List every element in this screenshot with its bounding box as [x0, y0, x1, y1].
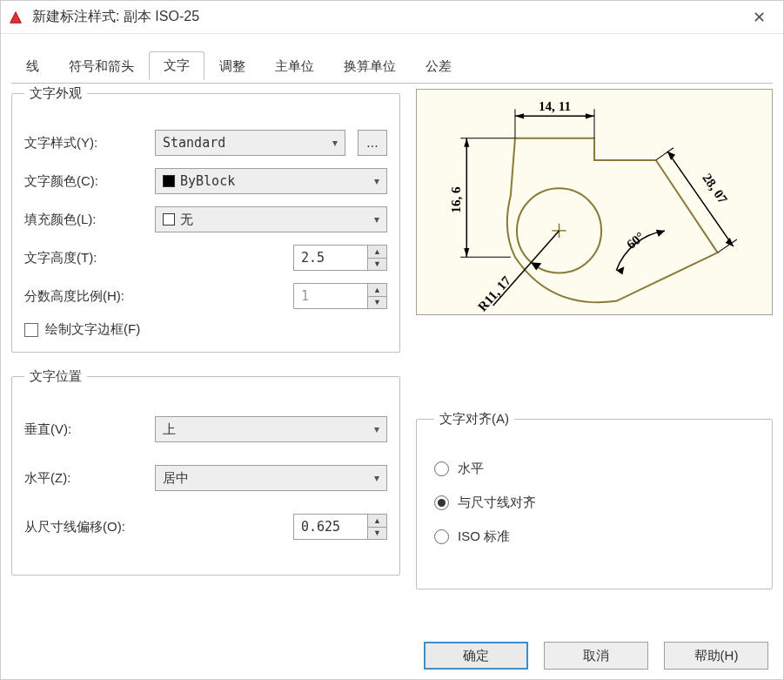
text-style-value: Standard — [163, 135, 225, 151]
fill-color-select[interactable]: 无 ▾ — [155, 206, 387, 232]
group-text-alignment: 文字对齐(A) 水平 与尺寸线对齐 ISO 标准 — [416, 411, 773, 589]
fraction-scale-spinner: 1 ▲ ▼ — [293, 283, 387, 309]
tab-fit[interactable]: 调整 — [204, 52, 260, 80]
dim-angle: 60° — [623, 229, 647, 252]
chevron-down-icon: ▾ — [374, 423, 379, 435]
group-text-placement-legend: 文字位置 — [24, 368, 87, 385]
horizontal-value: 居中 — [163, 470, 189, 487]
group-text-placement: 文字位置 垂直(V): 上 ▾ 水平(Z): 居中 ▾ 从尺 — [11, 368, 400, 576]
close-icon[interactable]: ✕ — [741, 8, 776, 27]
group-text-alignment-legend: 文字对齐(A) — [434, 411, 514, 428]
dim-diag: 28, 07 — [700, 171, 731, 206]
vertical-select[interactable]: 上 ▾ — [155, 416, 387, 442]
spin-up-icon[interactable]: ▲ — [368, 246, 386, 259]
radio-icon[interactable] — [434, 529, 449, 544]
help-button[interactable]: 帮助(H) — [664, 642, 768, 670]
align-iso-label: ISO 标准 — [458, 529, 510, 545]
chevron-down-icon: ▾ — [374, 175, 379, 187]
chevron-down-icon: ▾ — [374, 472, 379, 484]
horizontal-select[interactable]: 居中 ▾ — [155, 465, 387, 491]
text-height-label: 文字高度(T): — [24, 250, 146, 266]
text-color-label: 文字颜色(C): — [24, 173, 146, 190]
titlebar: 新建标注样式: 副本 ISO-25 ✕ — [1, 1, 783, 34]
svg-marker-0 — [10, 11, 22, 23]
align-with-dimline-label: 与尺寸线对齐 — [458, 495, 536, 511]
cancel-button[interactable]: 取消 — [544, 642, 648, 670]
text-style-label: 文字样式(Y): — [24, 135, 146, 151]
text-style-select[interactable]: Standard ▾ — [155, 130, 345, 156]
chevron-down-icon: ▾ — [374, 213, 379, 226]
draw-frame-checkbox[interactable]: 绘制文字边框(F) — [24, 321, 387, 338]
text-height-spinner[interactable]: 2.5 ▲ ▼ — [293, 245, 387, 271]
ok-button[interactable]: 确定 — [424, 642, 528, 670]
group-text-appearance: 文字外观 文字样式(Y): Standard ▾ ... 文字颜色(C): By… — [11, 85, 400, 353]
svg-marker-18 — [726, 238, 734, 246]
spin-down-icon[interactable]: ▼ — [368, 528, 386, 540]
offset-spinner[interactable]: 0.625 ▲ ▼ — [293, 514, 387, 540]
radio-icon[interactable] — [434, 461, 449, 476]
radio-icon[interactable] — [434, 495, 449, 510]
color-swatch-icon — [163, 175, 175, 187]
fill-color-label: 填充颜色(L): — [24, 212, 146, 228]
draw-frame-label: 绘制文字边框(F) — [45, 321, 140, 338]
align-iso-radio[interactable]: ISO 标准 — [434, 529, 754, 545]
fill-color-value: 无 — [180, 212, 193, 228]
offset-label: 从尺寸线偏移(O): — [24, 519, 172, 535]
dialog-footer: 确定 取消 帮助(H) — [424, 642, 768, 670]
svg-marker-7 — [515, 113, 524, 118]
fraction-scale-value: 1 — [294, 284, 367, 308]
tab-symbols-arrows[interactable]: 符号和箭头 — [54, 52, 149, 80]
text-style-browse-button[interactable]: ... — [358, 130, 387, 156]
tab-text[interactable]: 文字 — [149, 51, 204, 80]
dim-top: 14, 11 — [539, 98, 571, 113]
text-color-value: ByBlock — [180, 173, 235, 189]
spin-up-icon[interactable]: ▲ — [368, 515, 386, 528]
svg-marker-20 — [656, 230, 665, 237]
window-title: 新建标注样式: 副本 ISO-25 — [32, 8, 741, 26]
vertical-label: 垂直(V): — [24, 421, 146, 438]
tab-alternate-units[interactable]: 换算单位 — [329, 52, 411, 80]
vertical-value: 上 — [163, 421, 176, 438]
svg-marker-12 — [464, 138, 469, 147]
checkbox-icon[interactable] — [24, 323, 38, 337]
dim-radius: R11, 17 — [474, 273, 513, 313]
align-with-dimline-radio[interactable]: 与尺寸线对齐 — [434, 495, 754, 511]
text-height-value[interactable]: 2.5 — [294, 246, 367, 270]
spin-down-icon: ▼ — [368, 297, 386, 309]
svg-marker-17 — [667, 151, 675, 160]
none-swatch-icon — [163, 213, 175, 226]
tab-bar: 线 符号和箭头 文字 调整 主单位 换算单位 公差 — [1, 34, 783, 80]
svg-marker-8 — [586, 113, 594, 118]
tab-primary-units[interactable]: 主单位 — [260, 52, 329, 80]
dimension-preview: 14, 11 16, 6 28, 07 — [416, 89, 773, 315]
horizontal-label: 水平(Z): — [24, 470, 146, 487]
chevron-down-icon: ▾ — [332, 137, 338, 149]
align-horizontal-label: 水平 — [458, 461, 484, 477]
tab-lines[interactable]: 线 — [11, 52, 54, 80]
group-text-appearance-legend: 文字外观 — [24, 85, 87, 102]
fraction-scale-label: 分数高度比例(H): — [24, 288, 164, 305]
spin-down-icon[interactable]: ▼ — [368, 259, 386, 271]
offset-value[interactable]: 0.625 — [294, 515, 367, 539]
svg-marker-13 — [464, 248, 469, 257]
align-horizontal-radio[interactable]: 水平 — [434, 461, 754, 477]
dim-left: 16, 6 — [448, 186, 463, 213]
tab-tolerances[interactable]: 公差 — [411, 52, 466, 80]
text-color-select[interactable]: ByBlock ▾ — [155, 168, 387, 194]
spin-up-icon: ▲ — [368, 284, 386, 297]
app-icon — [8, 10, 23, 25]
tab-underline — [11, 83, 773, 84]
